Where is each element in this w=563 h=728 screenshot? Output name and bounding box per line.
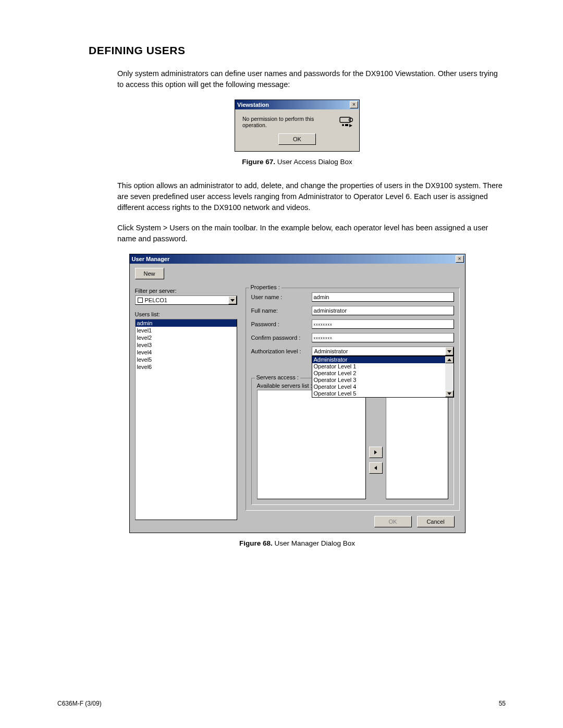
available-servers-listbox[interactable] <box>257 390 366 499</box>
user-manager-titlebar: User Manager × <box>130 254 465 264</box>
confirm-password-field[interactable] <box>312 333 454 342</box>
user-manager-title: User Manager <box>132 256 170 262</box>
ok-button[interactable]: OK <box>374 516 412 527</box>
svg-point-1 <box>349 118 353 122</box>
dropdown-option[interactable]: Operator Level 2 <box>312 370 445 377</box>
intro-paragraph-2: This option allows an administrator to a… <box>117 180 506 213</box>
properties-fieldset: Properties : User name : Full name: Pass… <box>246 288 460 511</box>
list-item[interactable]: level6 <box>136 363 237 371</box>
viewstation-message: No permission to perform this operation. <box>242 116 334 128</box>
scroll-up-icon[interactable] <box>445 356 454 363</box>
servers-access-legend: Servers access : <box>255 374 300 380</box>
cancel-button[interactable]: Cancel <box>417 516 455 527</box>
list-item[interactable]: level3 <box>136 341 237 349</box>
move-right-button[interactable] <box>369 447 383 458</box>
fullname-label: Full name: <box>251 307 312 314</box>
section-heading: DEFINING USERS <box>89 44 506 57</box>
password-label: Password : <box>251 321 312 327</box>
chevron-down-icon[interactable] <box>445 347 454 355</box>
footer-doc-id: C636M-F (3/09) <box>57 700 102 707</box>
scroll-down-icon[interactable] <box>445 390 454 397</box>
dropdown-option[interactable]: Operator Level 3 <box>312 377 445 384</box>
list-item[interactable]: level2 <box>136 334 237 341</box>
close-icon[interactable]: × <box>456 255 464 263</box>
figure-67-caption: Figure 67. User Access Dialog Box <box>89 158 506 166</box>
confirm-password-label: Confirm password : <box>251 335 312 341</box>
list-item[interactable]: admin <box>136 319 237 327</box>
auth-level-combo[interactable]: Administrator <box>312 347 454 356</box>
list-item[interactable]: level5 <box>136 356 237 363</box>
list-item[interactable]: level1 <box>136 327 237 334</box>
viewstation-dialog: Viewstation × No permission to perform t… <box>235 100 360 152</box>
selected-servers-listbox[interactable]: PELCO1 <box>386 390 448 499</box>
user-manager-dialog: User Manager × New Filter per server: PE… <box>129 254 466 533</box>
dropdown-option[interactable]: Operator Level 1 <box>312 363 445 370</box>
chevron-down-icon[interactable] <box>228 296 237 304</box>
footer-page-number: 55 <box>499 700 506 707</box>
password-field[interactable] <box>312 319 454 329</box>
properties-legend: Properties : <box>249 284 282 290</box>
filter-server-combo[interactable]: PELCO1 <box>135 295 237 305</box>
figure-68-caption: Figure 68. User Manager Dialog Box <box>89 539 506 547</box>
dropdown-option[interactable]: Operator Level 4 <box>312 384 445 390</box>
server-icon <box>138 298 143 303</box>
list-item[interactable]: level4 <box>136 349 237 356</box>
camera-icon <box>339 116 354 128</box>
svg-point-2 <box>342 124 344 126</box>
viewstation-title: Viewstation <box>237 102 269 108</box>
auth-level-label: Authorization level : <box>251 348 312 354</box>
svg-rect-3 <box>345 124 348 126</box>
new-button[interactable]: New <box>135 268 164 279</box>
fullname-field[interactable] <box>312 306 454 315</box>
close-icon[interactable]: × <box>350 101 358 108</box>
username-field[interactable] <box>312 292 454 302</box>
users-list-label: Users list: <box>135 311 237 317</box>
auth-level-dropdown[interactable]: Administrator Operator Level 1 Operator … <box>312 356 454 398</box>
move-left-button[interactable] <box>369 462 383 474</box>
intro-paragraph-3: Click System > Users on the main toolbar… <box>117 223 506 244</box>
dropdown-option[interactable]: Operator Level 5 <box>312 390 445 397</box>
ok-button[interactable]: OK <box>278 133 316 145</box>
dropdown-scrollbar[interactable] <box>445 356 454 397</box>
intro-paragraph-1: Only system administrators can define us… <box>117 68 506 90</box>
dropdown-option[interactable]: Administrator <box>312 356 445 363</box>
viewstation-titlebar: Viewstation × <box>235 100 359 109</box>
users-listbox[interactable]: admin level1 level2 level3 level4 level5… <box>135 319 237 520</box>
username-label: User name : <box>251 294 312 300</box>
filter-label: Filter per server: <box>135 288 237 294</box>
